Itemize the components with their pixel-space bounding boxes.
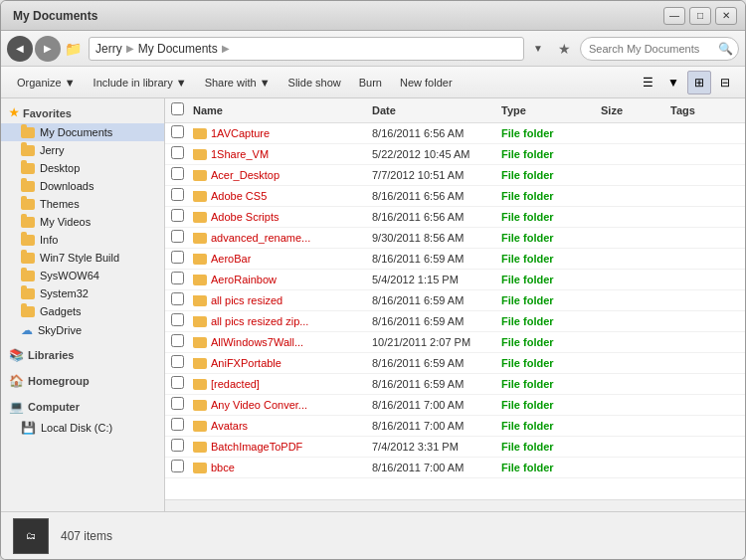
table-row[interactable]: AeroBar 8/16/2011 6:59 AM File folder: [165, 249, 745, 270]
folder-icon: [21, 145, 35, 156]
back-button[interactable]: ◀: [7, 36, 33, 62]
sidebar-item-skydrive[interactable]: ☁ SkyDrive: [1, 320, 164, 340]
row-type-cell: File folder: [497, 190, 597, 202]
row-name-text: Adobe Scripts: [211, 211, 279, 223]
close-button[interactable]: ✕: [715, 7, 737, 25]
tags-col-header[interactable]: Tags: [666, 104, 745, 116]
folder-icon: [193, 254, 207, 265]
row-checkbox[interactable]: [171, 292, 184, 305]
view-large-icons-button[interactable]: ⊞: [687, 71, 711, 94]
row-checkbox[interactable]: [171, 397, 184, 410]
table-row[interactable]: Any Video Conver... 8/16/2011 7:00 AM Fi…: [165, 395, 745, 416]
sidebar-homegroup-header[interactable]: 🏠 Homegroup: [1, 370, 164, 392]
sidebar-favorites-header[interactable]: ★ Favorites: [1, 102, 164, 123]
folder-icon: [193, 442, 207, 453]
sidebar-item-jerry[interactable]: Jerry: [1, 141, 164, 159]
table-row[interactable]: all pics resized 8/16/2011 6:59 AM File …: [165, 290, 745, 311]
table-row[interactable]: AllWindows7Wall... 10/21/2011 2:07 PM Fi…: [165, 332, 745, 353]
row-checkbox[interactable]: [171, 418, 184, 431]
sidebar-item-win7[interactable]: Win7 Style Build: [1, 249, 164, 267]
sidebar-item-downloads[interactable]: Downloads: [1, 177, 164, 195]
sidebar-item-label: My Videos: [40, 216, 91, 228]
row-checkbox[interactable]: [171, 167, 184, 180]
share-with-button[interactable]: Share with ▼: [197, 71, 279, 94]
sidebar-item-mydocuments[interactable]: My Documents: [1, 123, 164, 141]
sidebar-item-gadgets[interactable]: Gadgets: [1, 302, 164, 320]
folder-icon: [193, 170, 207, 181]
sidebar-item-system32[interactable]: System32: [1, 284, 164, 302]
sidebar-item-desktop[interactable]: Desktop: [1, 159, 164, 177]
row-checkbox[interactable]: [171, 272, 184, 284]
row-checkbox[interactable]: [171, 251, 184, 264]
row-checkbox[interactable]: [171, 209, 184, 222]
table-row[interactable]: AeroRainbow 5/4/2012 1:15 PM File folder: [165, 270, 745, 290]
column-header: Name Date Type Size Tags: [165, 98, 745, 123]
table-row[interactable]: [redacted] 8/16/2011 6:59 AM File folder: [165, 374, 745, 395]
row-date-cell: 8/16/2011 6:59 AM: [368, 378, 497, 390]
organize-button[interactable]: Organize ▼: [9, 71, 84, 94]
row-checkbox[interactable]: [171, 230, 184, 243]
row-checkbox[interactable]: [171, 146, 184, 159]
sidebar-item-myvideos[interactable]: My Videos: [1, 213, 164, 231]
folder-icon: [21, 181, 35, 192]
row-checkbox[interactable]: [171, 188, 184, 201]
row-checkbox[interactable]: [171, 334, 184, 347]
row-checkbox[interactable]: [171, 125, 184, 138]
file-area: Name Date Type Size Tags 1AVCapture 8/16…: [165, 98, 745, 511]
toolbar: Organize ▼ Include in library ▼ Share wi…: [1, 67, 745, 98]
row-checkbox[interactable]: [171, 460, 184, 472]
sidebar-computer-header[interactable]: 💻 Computer: [1, 396, 164, 418]
table-row[interactable]: BatchImageToPDF 7/4/2012 3:31 PM File fo…: [165, 437, 745, 458]
slideshow-button[interactable]: Slide show: [280, 71, 349, 94]
folder-icon-button[interactable]: 📁: [65, 39, 85, 59]
burn-button[interactable]: Burn: [351, 71, 390, 94]
main-content: ★ Favorites My Documents Jerry Desktop: [1, 98, 745, 511]
table-row[interactable]: advanced_rename... 9/30/2011 8:56 AM Fil…: [165, 228, 745, 249]
table-row[interactable]: Adobe Scripts 8/16/2011 6:56 AM File fol…: [165, 207, 745, 228]
new-folder-button[interactable]: New folder: [392, 71, 461, 94]
table-row[interactable]: 1Share_VM 5/22/2012 10:45 AM File folder: [165, 144, 745, 165]
sidebar-item-info[interactable]: Info: [1, 231, 164, 249]
table-row[interactable]: Adobe CS5 8/16/2011 6:56 AM File folder: [165, 186, 745, 207]
breadcrumb-sep-1: ▶: [126, 43, 134, 54]
row-checkbox-cell: [165, 376, 189, 392]
size-col-header[interactable]: Size: [597, 104, 666, 116]
table-row[interactable]: bbce 8/16/2011 7:00 AM File folder: [165, 458, 745, 478]
address-dropdown-button[interactable]: ▼: [528, 37, 548, 61]
row-name-cell: all pics resized: [189, 294, 368, 306]
row-date-cell: 8/16/2011 6:59 AM: [368, 253, 497, 265]
folder-icon: [193, 295, 207, 306]
row-type-cell: File folder: [497, 169, 597, 181]
row-name-cell: Adobe CS5: [189, 190, 368, 202]
forward-button[interactable]: ▶: [35, 36, 61, 62]
include-library-button[interactable]: Include in library ▼: [86, 71, 195, 94]
table-row[interactable]: Acer_Desktop 7/7/2012 10:51 AM File fold…: [165, 165, 745, 186]
sidebar-libraries-header[interactable]: 📚 Libraries: [1, 344, 164, 366]
row-checkbox[interactable]: [171, 313, 184, 326]
favorites-button[interactable]: ★: [552, 37, 576, 61]
view-preview-button[interactable]: ⊟: [713, 71, 737, 94]
row-name-text: [redacted]: [211, 378, 260, 390]
view-details-button[interactable]: ☰: [636, 71, 659, 94]
row-checkbox[interactable]: [171, 355, 184, 368]
table-row[interactable]: Avatars 8/16/2011 7:00 AM File folder: [165, 416, 745, 437]
row-checkbox[interactable]: [171, 439, 184, 452]
sidebar-item-themes[interactable]: Themes: [1, 195, 164, 213]
maximize-button[interactable]: □: [689, 7, 711, 25]
sidebar-item-syswow64[interactable]: SysWOW64: [1, 267, 164, 284]
table-row[interactable]: 1AVCapture 8/16/2011 6:56 AM File folder: [165, 123, 745, 144]
minimize-button[interactable]: —: [663, 7, 685, 25]
select-all-checkbox[interactable]: [171, 102, 184, 115]
table-row[interactable]: all pics resized zip... 8/16/2011 6:59 A…: [165, 311, 745, 332]
folder-icon: [193, 191, 207, 202]
horizontal-scrollbar[interactable]: [165, 499, 745, 511]
table-row[interactable]: AniFXPortable 8/16/2011 6:59 AM File fol…: [165, 353, 745, 374]
date-col-header[interactable]: Date: [368, 104, 497, 116]
view-dropdown-button[interactable]: ▼: [661, 71, 685, 94]
type-col-header[interactable]: Type: [497, 104, 597, 116]
row-name-cell: Any Video Conver...: [189, 399, 368, 411]
sidebar-item-localdisk[interactable]: 💾 Local Disk (C:): [1, 418, 164, 438]
search-input[interactable]: [580, 37, 739, 61]
row-checkbox[interactable]: [171, 376, 184, 389]
name-col-header[interactable]: Name: [189, 104, 368, 116]
